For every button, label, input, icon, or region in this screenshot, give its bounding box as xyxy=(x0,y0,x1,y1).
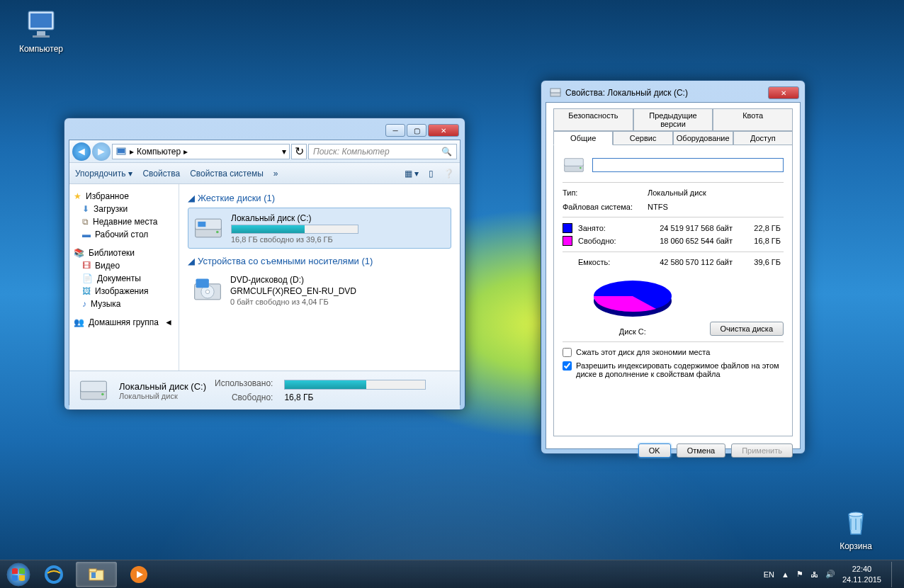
compress-checkbox[interactable]: Сжать этот диск для экономии места xyxy=(563,348,784,357)
pie-chart-icon xyxy=(583,276,682,319)
used-bytes: 24 519 917 568 байт xyxy=(633,224,733,232)
volume-label-input[interactable] xyxy=(592,158,784,172)
tray-lang[interactable]: EN xyxy=(764,570,774,579)
view-menu[interactable]: ▦ ▾ xyxy=(405,169,419,179)
details-free-value: 16,8 ГБ xyxy=(284,392,426,402)
window-title: Свойства: Локальный диск (C:) xyxy=(565,88,688,98)
index-checkbox[interactable]: Разрешить индексировать содержимое файло… xyxy=(563,361,784,378)
svg-point-28 xyxy=(7,563,30,586)
sidebar-item-downloads[interactable]: ⬇Загрузки xyxy=(69,203,179,215)
tray-volume-icon[interactable]: 🔊 xyxy=(825,570,835,579)
svg-rect-6 xyxy=(855,519,857,530)
svg-rect-17 xyxy=(196,279,209,288)
ok-button[interactable]: OK xyxy=(638,443,671,458)
tab-quota[interactable]: Квота xyxy=(713,108,793,131)
taskbar: EN ▲ ⚑ 🖧 🔊 22:40 24.11.2015 xyxy=(0,560,904,588)
svg-rect-5 xyxy=(850,519,852,530)
free-gb: 16,8 ГБ xyxy=(738,237,781,245)
sidebar-item-pictures[interactable]: 🖼Изображения xyxy=(69,285,179,298)
tray-arrow-icon[interactable]: ▲ xyxy=(781,570,789,579)
sidebar-item-documents[interactable]: 📄Документы xyxy=(69,272,179,285)
used-color-icon xyxy=(563,223,572,233)
drive-subtext: 16,8 ГБ свободно из 39,6 ГБ xyxy=(231,235,446,244)
properties-button[interactable]: Свойства xyxy=(142,169,180,179)
svg-rect-22 xyxy=(550,89,560,93)
tab-prev-versions[interactable]: Предыдущие версии xyxy=(633,108,713,131)
svg-point-20 xyxy=(101,393,104,396)
taskbar-ie[interactable] xyxy=(33,562,74,587)
forward-button[interactable]: ► xyxy=(92,142,111,161)
properties-window: Свойства: Локальный диск (C:) ✕ Безопасн… xyxy=(541,80,806,454)
group-removable[interactable]: ◢Устройства со съемными носителями (1) xyxy=(188,256,451,266)
minimize-button[interactable]: ─ xyxy=(385,124,405,137)
svg-rect-31 xyxy=(89,569,96,572)
fs-value: NTFS xyxy=(648,203,668,211)
hdd-icon xyxy=(563,154,585,176)
taskbar-explorer[interactable] xyxy=(76,562,117,587)
svg-rect-9 xyxy=(118,149,125,153)
tab-service[interactable]: Сервис xyxy=(613,131,672,145)
drive-c[interactable]: Локальный диск (C:) 16,8 ГБ свободно из … xyxy=(188,208,451,249)
sidebar-item-desktop[interactable]: ▬Рабочий стол xyxy=(69,228,179,241)
hdd-icon xyxy=(77,375,111,406)
used-gb: 22,8 ГБ xyxy=(738,224,781,232)
system-properties-button[interactable]: Свойства системы xyxy=(190,169,264,179)
svg-rect-1 xyxy=(30,13,52,28)
drive-subtext: 0 байт свободно из 4,04 ГБ xyxy=(230,298,447,306)
organize-menu[interactable]: Упорядочить ▾ xyxy=(75,169,132,179)
tab-security[interactable]: Безопасность xyxy=(553,108,633,131)
cancel-button[interactable]: Отмена xyxy=(677,443,725,458)
group-hdd[interactable]: ◢Жесткие диски (1) xyxy=(188,193,451,203)
tray-flag-icon[interactable]: ⚑ xyxy=(796,570,803,579)
sidebar-homegroup[interactable]: 👥Домашняя группа◄ xyxy=(69,316,179,329)
drive-label: GRMCULF(X)REO_EN-RU_DVD xyxy=(230,286,447,296)
back-button[interactable]: ◄ xyxy=(72,142,91,161)
capacity-bar xyxy=(231,225,358,234)
drive-name: DVD-дисковод (D:) xyxy=(230,275,447,285)
tab-general[interactable]: Общие xyxy=(553,131,613,145)
more-button[interactable]: » xyxy=(273,169,278,179)
svg-point-12 xyxy=(216,231,219,234)
details-type: Локальный диск xyxy=(119,392,206,400)
maximize-button[interactable]: ▢ xyxy=(407,124,426,137)
capacity-gb: 39,6 ГБ xyxy=(738,258,781,266)
tray-clock[interactable]: 22:40 24.11.2015 xyxy=(842,564,881,584)
help-button[interactable]: ❔ xyxy=(443,169,454,179)
cleanup-button[interactable]: Очистка диска xyxy=(710,322,784,336)
tab-access[interactable]: Доступ xyxy=(733,131,793,145)
svg-rect-7 xyxy=(860,519,861,530)
tray-network-icon[interactable]: 🖧 xyxy=(810,570,818,579)
breadcrumb-segment[interactable]: Компьютер xyxy=(137,147,181,157)
capacity-bytes: 42 580 570 112 байт xyxy=(633,258,733,266)
show-desktop-button[interactable] xyxy=(891,562,897,587)
search-input[interactable]: Поиск: Компьютер 🔍 xyxy=(308,144,457,159)
free-bytes: 18 060 652 544 байт xyxy=(633,237,733,245)
free-color-icon xyxy=(563,236,572,246)
details-title: Локальный диск (C:) xyxy=(119,381,206,392)
tab-hardware[interactable]: Оборудование xyxy=(673,131,733,145)
taskbar-mediaplayer[interactable] xyxy=(118,562,159,587)
desktop-icon-label: Компьютер xyxy=(19,44,63,54)
hdd-icon xyxy=(193,213,224,244)
start-button[interactable] xyxy=(4,560,33,589)
desktop-icon-computer[interactable]: Компьютер xyxy=(13,7,69,54)
sidebar-item-recent[interactable]: ⧉Недавние места xyxy=(69,215,179,228)
desktop-icon-label: Корзина xyxy=(840,541,872,551)
apply-button[interactable]: Применить xyxy=(731,443,793,458)
sidebar-favorites[interactable]: ★Избранное xyxy=(69,190,179,203)
breadcrumb[interactable]: ▸ Компьютер ▸ ▾ xyxy=(112,144,290,159)
refresh-button[interactable]: ↻ xyxy=(291,144,307,159)
close-button[interactable]: ✕ xyxy=(428,124,459,137)
dvd-icon xyxy=(192,275,223,306)
drive-d[interactable]: DVD-дисковод (D:) GRMCULF(X)REO_EN-RU_DV… xyxy=(188,271,451,310)
sidebar-libraries[interactable]: 📚Библиотеки xyxy=(69,247,179,259)
details-pane: Локальный диск (C:) Локальный диск Испол… xyxy=(69,371,460,409)
main-pane: ◢Жесткие диски (1) Локальный диск (C:) 1… xyxy=(179,184,460,371)
sidebar: ★Избранное ⬇Загрузки ⧉Недавние места ▬Ра… xyxy=(69,184,179,371)
drive-name: Локальный диск (C:) xyxy=(231,213,446,223)
close-button[interactable]: ✕ xyxy=(768,86,799,99)
preview-pane-button[interactable]: ▯ xyxy=(429,169,434,179)
desktop-icon-recycle[interactable]: Корзина xyxy=(827,504,884,551)
sidebar-item-music[interactable]: ♪Музыка xyxy=(69,298,179,310)
sidebar-item-videos[interactable]: 🎞Видео xyxy=(69,259,179,272)
